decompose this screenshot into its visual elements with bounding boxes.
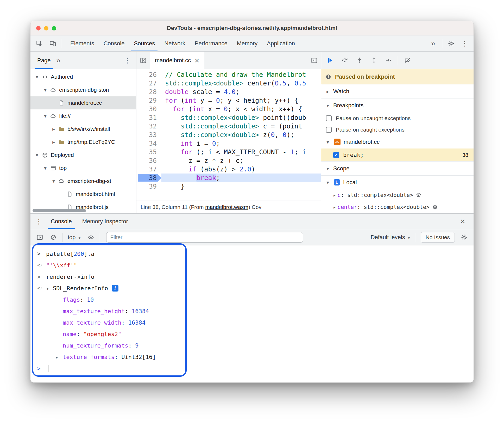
tree-item-b-s-w-ir-x-w-install[interactable]: b/s/w/ir/x/w/install: [30, 122, 136, 135]
live-expression-button[interactable]: [84, 231, 98, 244]
customize-menu-button[interactable]: [458, 37, 471, 50]
close-drawer-button[interactable]: [456, 215, 469, 228]
settings-button[interactable]: [444, 37, 458, 50]
line-gutter[interactable]: 31: [136, 113, 161, 122]
execution-context-selector[interactable]: top: [65, 234, 84, 241]
line-gutter[interactable]: 30: [136, 105, 161, 113]
expander-open-icon[interactable]: [41, 113, 49, 119]
deactivate-breakpoints-button[interactable]: [400, 53, 415, 68]
scope-local-header[interactable]: Local: [321, 176, 474, 189]
console-property-name[interactable]: name: "opengles2": [30, 328, 474, 340]
console-input-row[interactable]: renderer->info: [30, 271, 474, 282]
editor-tab-mandelbrot-cc[interactable]: mandelbrot.cc: [150, 52, 204, 70]
console-input-row[interactable]: palette[200].a: [30, 248, 474, 259]
breakpoints-section-header[interactable]: Breakpoints: [321, 98, 474, 113]
show-debugger-panel-button[interactable]: [307, 54, 321, 67]
expander-open-icon[interactable]: [46, 285, 53, 292]
tree-item-emscripten-dbg-stori[interactable]: emscripten-dbg-stori: [30, 83, 136, 96]
tree-item-mandelbrot-html[interactable]: mandelbrot.html: [30, 188, 136, 201]
more-panels-button[interactable]: [426, 37, 440, 50]
device-toolbar-button[interactable]: [46, 37, 60, 50]
tree-item-file[interactable]: file://: [30, 109, 136, 122]
watch-section-header[interactable]: Watch: [321, 84, 474, 98]
checkbox-unchecked-icon[interactable]: [326, 127, 332, 133]
breakpoint-file-group[interactable]: mandelbrot.cc: [321, 135, 474, 148]
titlebar[interactable]: DevTools - emscripten-dbg-stories.netlif…: [30, 21, 474, 35]
console-property-num-texture-formats[interactable]: num_texture_formats: 9: [30, 340, 474, 351]
issues-counter[interactable]: No Issues: [421, 232, 455, 243]
line-gutter[interactable]: 32: [136, 122, 161, 131]
scope-variable-center[interactable]: centerstd::complex<double>: [321, 201, 474, 213]
console-messages[interactable]: palette[200].a"'\\xff'"renderer->infoSDL…: [30, 245, 474, 383]
console-sidebar-button[interactable]: [33, 231, 47, 244]
line-gutter[interactable]: 35: [136, 148, 161, 156]
expander-open-icon[interactable]: [33, 152, 41, 158]
tree-item-deployed[interactable]: Deployed: [30, 148, 136, 162]
console-property-max-texture-width[interactable]: max_texture_width: 16384: [30, 317, 474, 328]
code-line-27[interactable]: 27std::complex<double> center(0.5, 0.5: [136, 79, 321, 88]
tab-application[interactable]: Application: [262, 35, 300, 51]
expander-closed-icon[interactable]: [50, 139, 58, 145]
line-gutter[interactable]: 36: [136, 156, 161, 165]
breakpoint-entry[interactable]: break; 38: [321, 148, 474, 162]
line-gutter[interactable]: 27: [136, 79, 161, 88]
tab-sources[interactable]: Sources: [129, 35, 160, 51]
pause-uncaught-exceptions-row[interactable]: Pause on uncaught exceptions: [321, 113, 474, 124]
close-tab-icon[interactable]: [194, 56, 199, 65]
code-line-28[interactable]: 28double scale = 4.0;: [136, 88, 321, 96]
checkbox-checked-icon[interactable]: [333, 152, 339, 158]
console-prompt[interactable]: [30, 363, 474, 374]
scope-section-header[interactable]: Scope: [321, 162, 474, 176]
expander-open-icon[interactable]: [41, 87, 49, 93]
console-property-max-texture-height[interactable]: max_texture_height: 16384: [30, 305, 474, 317]
code-line-26[interactable]: 26// Calculate and draw the Mandelbrot: [136, 70, 321, 79]
console-settings-button[interactable]: [457, 231, 471, 244]
console-property-texture-formats[interactable]: texture_formats: Uint32[16]: [30, 351, 474, 363]
tab-elements[interactable]: Elements: [66, 35, 99, 51]
code-line-38[interactable]: 38 break;: [136, 174, 321, 182]
checkbox-unchecked-icon[interactable]: [326, 115, 332, 121]
log-levels-dropdown[interactable]: Default levels: [368, 234, 414, 241]
code-line-29[interactable]: 29for (int y = 0; y < height; y++) {: [136, 96, 321, 105]
tab-performance[interactable]: Performance: [190, 35, 232, 51]
step-over-button[interactable]: [337, 53, 352, 68]
line-gutter[interactable]: 34: [136, 139, 161, 148]
hide-navigator-button[interactable]: [136, 54, 150, 67]
code-line-39[interactable]: 39 }: [136, 182, 321, 191]
tree-item-mandelbrot-cc[interactable]: mandelbrot.cc: [30, 96, 136, 109]
code-line-31[interactable]: 31 std::complex<double> point((doub: [136, 113, 321, 122]
memory-inspector-icon[interactable]: [416, 192, 421, 198]
tab-network[interactable]: Network: [160, 35, 190, 51]
expander-open-icon[interactable]: [33, 74, 41, 80]
code-line-33[interactable]: 33 std::complex<double> z(0, 0);: [136, 131, 321, 139]
scope-variable-c[interactable]: cstd::complex<double>: [321, 189, 474, 201]
line-gutter[interactable]: 33: [136, 131, 161, 139]
code-line-34[interactable]: 34 int i = 0;: [136, 139, 321, 148]
navigator-menu-button[interactable]: [121, 54, 134, 67]
step-into-button[interactable]: [352, 53, 367, 68]
expander-open-icon[interactable]: [50, 178, 58, 184]
step-out-button[interactable]: [367, 53, 381, 68]
memory-inspector-icon[interactable]: [432, 204, 438, 210]
code-line-37[interactable]: 37 if (abs(z) > 2.0): [136, 165, 321, 174]
tab-page[interactable]: Page: [34, 52, 54, 69]
tab-console[interactable]: Console: [46, 214, 77, 229]
horizontal-scrollbar[interactable]: [33, 209, 86, 212]
line-gutter[interactable]: 39: [136, 182, 161, 191]
drawer-menu-button[interactable]: [32, 215, 46, 228]
tab-console[interactable]: Console: [99, 35, 129, 51]
tab-memory-inspector[interactable]: Memory Inspector: [77, 214, 133, 229]
line-gutter[interactable]: 29: [136, 96, 161, 105]
info-badge-icon[interactable]: i: [112, 285, 118, 292]
code-line-30[interactable]: 30 for (int x = 0; x < width; x++) {: [136, 105, 321, 113]
resume-button[interactable]: [323, 53, 337, 68]
line-gutter[interactable]: 28: [136, 88, 161, 96]
more-navigator-tabs-button[interactable]: [56, 56, 60, 65]
tree-item-emscripten-dbg-st[interactable]: emscripten-dbg-st: [30, 175, 136, 188]
wasm-source-link[interactable]: mandelbrot.wasm: [205, 204, 248, 210]
expander-closed-icon[interactable]: [55, 354, 63, 360]
console-filter-input[interactable]: [106, 232, 303, 243]
code-line-32[interactable]: 32 std::complex<double> c = (point: [136, 122, 321, 131]
inspect-element-button[interactable]: [33, 37, 46, 50]
code-line-35[interactable]: 35 for (; i < MAX_ITER_COUNT - 1; i: [136, 148, 321, 156]
